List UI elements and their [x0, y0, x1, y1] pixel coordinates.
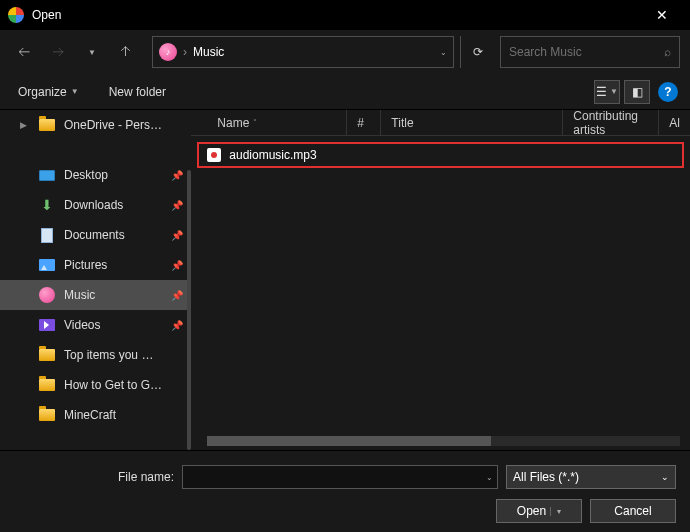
cancel-button[interactable]: Cancel: [590, 499, 676, 523]
column-headers: Name˄ # Title Contributing artists Al: [191, 110, 690, 136]
documents-icon: [41, 228, 53, 243]
tree-item-documents[interactable]: Documents 📌: [0, 220, 191, 250]
toolbar: Organize▼ New folder ☰▼ ◧ ?: [0, 74, 690, 110]
music-folder-icon: ♪: [159, 43, 177, 61]
pin-icon: 📌: [171, 170, 183, 181]
breadcrumb-current[interactable]: Music: [193, 45, 224, 59]
chevron-right-icon[interactable]: ▶: [20, 120, 30, 130]
folder-icon: [39, 379, 55, 391]
breadcrumb-separator-icon: ›: [183, 45, 187, 59]
forward-button[interactable]: 🡢: [44, 38, 72, 66]
main-area: ▶ OneDrive - Personal 📌 Desktop 📌 ⬇ Down…: [0, 110, 690, 450]
folder-icon: [39, 409, 55, 421]
nav-bar: 🡠 🡢 ▼ 🡡 ♪ › Music ⌄ ⟳ ⌕: [0, 30, 690, 74]
tree-label: Music: [64, 288, 163, 302]
horizontal-scrollbar[interactable]: [207, 436, 680, 446]
view-options-button[interactable]: ☰▼: [594, 80, 620, 104]
pin-icon: 📌: [171, 230, 183, 241]
organize-menu[interactable]: Organize▼: [12, 81, 85, 103]
tree-item-music[interactable]: Music 📌: [0, 280, 191, 310]
tree-label: MineCraft: [64, 408, 163, 422]
close-button[interactable]: ✕: [642, 7, 682, 23]
sort-asc-icon: ˄: [253, 118, 257, 127]
file-type-filter[interactable]: All Files (*.*)⌄: [506, 465, 676, 489]
music-icon: [39, 287, 55, 303]
app-icon: [8, 7, 24, 23]
search-input[interactable]: [509, 45, 664, 59]
chevron-down-icon[interactable]: ⌄: [486, 473, 493, 482]
column-album[interactable]: Al: [659, 110, 690, 135]
column-name[interactable]: Name˄: [207, 110, 347, 135]
file-row[interactable]: audiomusic.mp3: [197, 142, 684, 168]
column-artist[interactable]: Contributing artists: [563, 110, 659, 135]
help-button[interactable]: ?: [658, 82, 678, 102]
search-box[interactable]: ⌕: [500, 36, 680, 68]
filename-label: File name:: [14, 470, 174, 484]
tree-label: Top items you MUST get t: [64, 348, 163, 362]
titlebar: Open ✕: [0, 0, 690, 30]
tree-label: How to Get to Ganondorf: [64, 378, 163, 392]
filename-input[interactable]: ⌄: [182, 465, 498, 489]
file-pane: Name˄ # Title Contributing artists Al au…: [191, 110, 690, 450]
tree-item-onedrive[interactable]: ▶ OneDrive - Personal 📌: [0, 110, 191, 140]
tree-item-folder[interactable]: MineCraft 📌: [0, 400, 191, 430]
back-button[interactable]: 🡠: [10, 38, 38, 66]
pin-icon: 📌: [171, 260, 183, 271]
pin-icon: 📌: [171, 320, 183, 331]
dialog-footer: File name: ⌄ All Files (*.*)⌄ Open▾ Canc…: [0, 450, 690, 532]
up-button[interactable]: 🡡: [112, 38, 140, 66]
refresh-button[interactable]: ⟳: [460, 36, 494, 68]
videos-icon: [39, 319, 55, 331]
tree-item-pictures[interactable]: Pictures 📌: [0, 250, 191, 280]
tree-item-videos[interactable]: Videos 📌: [0, 310, 191, 340]
folder-icon: [39, 119, 55, 131]
search-icon[interactable]: ⌕: [664, 45, 671, 59]
chevron-down-icon: ⌄: [661, 472, 669, 482]
tree-label: Downloads: [64, 198, 163, 212]
folder-icon: [39, 349, 55, 361]
pictures-icon: [39, 259, 55, 271]
file-name: audiomusic.mp3: [229, 148, 316, 162]
tree-label: Documents: [64, 228, 163, 242]
tree-item-desktop[interactable]: Desktop 📌: [0, 160, 191, 190]
tree-label: Desktop: [64, 168, 163, 182]
open-split-icon[interactable]: ▾: [550, 507, 561, 516]
address-bar[interactable]: ♪ › Music ⌄: [152, 36, 454, 68]
audio-file-icon: [207, 148, 221, 162]
tree-label: Videos: [64, 318, 163, 332]
preview-pane-button[interactable]: ◧: [624, 80, 650, 104]
history-dropdown[interactable]: ▼: [78, 38, 106, 66]
downloads-icon: ⬇: [38, 197, 56, 213]
desktop-icon: [39, 170, 55, 181]
address-dropdown-icon[interactable]: ⌄: [440, 48, 447, 57]
open-button[interactable]: Open▾: [496, 499, 582, 523]
pin-icon: 📌: [171, 200, 183, 211]
tree-label: OneDrive - Personal: [64, 118, 163, 132]
tree-item-folder[interactable]: How to Get to Ganondorf 📌: [0, 370, 191, 400]
column-track[interactable]: #: [347, 110, 381, 135]
tree-item-folder[interactable]: Top items you MUST get t 📌: [0, 340, 191, 370]
column-title[interactable]: Title: [381, 110, 563, 135]
tree-item-downloads[interactable]: ⬇ Downloads 📌: [0, 190, 191, 220]
new-folder-button[interactable]: New folder: [103, 81, 172, 103]
pin-icon: 📌: [171, 290, 183, 301]
tree-label: Pictures: [64, 258, 163, 272]
nav-tree: ▶ OneDrive - Personal 📌 Desktop 📌 ⬇ Down…: [0, 110, 191, 450]
scrollbar-thumb[interactable]: [207, 436, 491, 446]
file-list: audiomusic.mp3: [191, 136, 690, 450]
window-title: Open: [32, 8, 642, 22]
